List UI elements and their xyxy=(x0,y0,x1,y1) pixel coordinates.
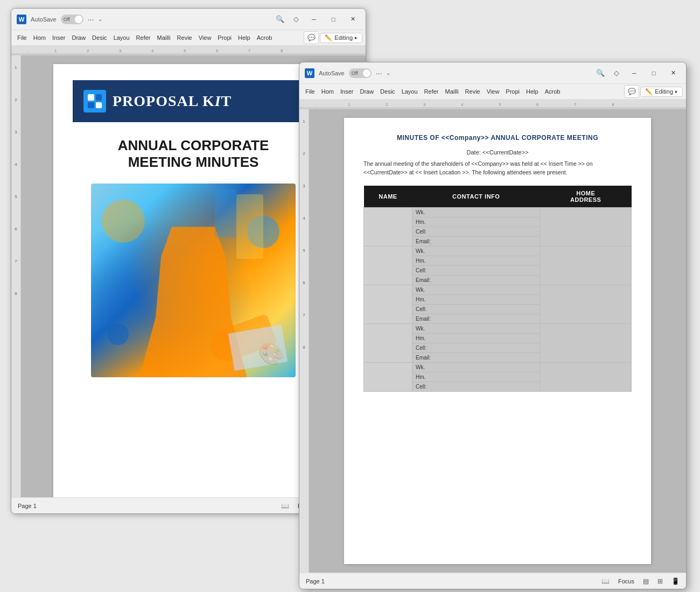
watercolor-illustration xyxy=(91,184,296,377)
ribbon-view-2[interactable]: View xyxy=(484,87,502,96)
ribbon-prop-1[interactable]: Propi xyxy=(215,33,234,42)
ribbon-ref-1[interactable]: Refer xyxy=(134,33,153,42)
ruler-2: . 1 2 3 4 5 6 7 8 xyxy=(299,100,686,109)
read-icon-2[interactable]: 📖 xyxy=(601,577,610,585)
ribbon-draw-1[interactable]: Draw xyxy=(69,33,88,42)
svg-text:2: 2 xyxy=(386,102,388,107)
logo-cell-4 xyxy=(96,102,102,109)
read-icon-1[interactable]: 📖 xyxy=(281,502,289,510)
addr-cell-3 xyxy=(540,285,632,323)
pencil-icon-1: ✏️ xyxy=(325,34,332,41)
ribbon-file-2[interactable]: File xyxy=(303,87,318,96)
name-cell-3 xyxy=(364,285,412,323)
autosave-label-1: AutoSave xyxy=(31,16,57,23)
chevron-1[interactable]: ⌄ xyxy=(98,16,102,22)
ribbon-design-2[interactable]: Desic xyxy=(377,87,398,96)
search-icon-2[interactable]: 🔍 xyxy=(594,67,606,79)
ribbon-insert-2[interactable]: Inser xyxy=(338,87,356,96)
diamond-icon-2[interactable]: ◇ xyxy=(611,67,622,79)
contact-email-1: Email: xyxy=(412,236,540,246)
ribbon-2: File Hom Inser Draw Desic Layou Refer Ma… xyxy=(299,84,686,100)
ribbon-layout-2[interactable]: Layou xyxy=(399,87,421,96)
ruler-num-3: 3 xyxy=(15,129,17,161)
ribbon-review-2[interactable]: Revie xyxy=(463,87,483,96)
cover-logo-inner xyxy=(88,94,102,108)
focus-label-2[interactable]: Focus xyxy=(618,578,634,584)
cover-header: PROPOSAL KiT xyxy=(73,80,314,122)
maximize-btn-2[interactable]: □ xyxy=(646,67,661,79)
notebook-shape xyxy=(228,325,288,371)
ruler-num-2-2: 2 xyxy=(303,150,305,182)
editing-btn-1[interactable]: ✏️ Editing ▸ xyxy=(320,33,362,43)
editing-btn-2[interactable]: ✏️ Editing ▸ xyxy=(640,87,683,97)
ribbon-review-1[interactable]: Revie xyxy=(174,33,195,42)
ribbon-draw-2[interactable]: Draw xyxy=(357,87,376,96)
chevron-2[interactable]: ⌄ xyxy=(386,70,390,76)
ribbon-prop-2[interactable]: Propi xyxy=(503,87,522,96)
ribbon-view-1[interactable]: View xyxy=(196,33,214,42)
contact-wk-2: Wk. xyxy=(412,246,540,256)
comment-btn-2[interactable]: 💬 xyxy=(624,85,639,98)
cover-heading: ANNUAL CORPORATE MEETING MINUTES xyxy=(73,137,314,171)
ribbon-mail-1[interactable]: Mailli xyxy=(155,33,173,42)
doc-date: Date: <<CurrentDate>> xyxy=(363,149,632,156)
close-btn-2[interactable]: ✕ xyxy=(666,67,681,79)
left-ruler-2: 1 2 3 4 5 6 7 8 xyxy=(299,109,309,573)
search-icon-1[interactable]: 🔍 xyxy=(274,13,286,25)
logo-cell-1 xyxy=(88,94,94,101)
toggle-knob-1 xyxy=(75,16,82,23)
svg-text:6: 6 xyxy=(216,48,219,53)
ribbon-home-1[interactable]: Hom xyxy=(31,33,48,42)
minimize-btn-2[interactable]: ─ xyxy=(627,67,642,79)
ribbon-home-2[interactable]: Hom xyxy=(319,87,337,96)
heading-line2: MEETING MINUTES xyxy=(73,154,314,171)
ribbon-acro-1[interactable]: Acrob xyxy=(254,33,275,42)
maximize-btn-1[interactable]: □ xyxy=(326,13,341,25)
ribbon-1: File Hom Inser Draw Desic Layou Refer Ma… xyxy=(11,30,366,46)
svg-rect-12 xyxy=(299,107,686,109)
view-icon-2[interactable]: ▤ xyxy=(643,577,649,585)
logo-cell-2 xyxy=(96,94,102,101)
autosave-toggle-2[interactable]: Off xyxy=(349,68,372,78)
table-row: Wk. xyxy=(364,246,632,256)
contact-email-4: Email: xyxy=(412,353,540,362)
layout-icon-2[interactable]: ⊞ xyxy=(657,577,663,585)
ribbon-layout-1[interactable]: Layou xyxy=(111,33,132,42)
toggle-knob-2 xyxy=(363,69,370,77)
diamond-icon-1[interactable]: ◇ xyxy=(290,13,302,25)
more-btn-1[interactable]: ··· xyxy=(88,15,94,24)
ribbon-mail-2[interactable]: Mailli xyxy=(443,87,461,96)
table-row: Wk. xyxy=(364,207,632,217)
more-btn-2[interactable]: ··· xyxy=(376,69,382,77)
ribbon-help-2[interactable]: Help xyxy=(523,87,541,96)
ribbon-design-1[interactable]: Desic xyxy=(89,33,110,42)
svg-text:3: 3 xyxy=(119,48,122,53)
page-label-1: Page 1 xyxy=(18,503,37,509)
comment-btn-1[interactable]: 💬 xyxy=(304,31,319,44)
heading-line1: ANNUAL CORPORATE xyxy=(73,137,314,154)
attendee-table: NAME CONTACT INFO HOMEADDRESS Wk. xyxy=(363,186,632,392)
left-ruler-1: 1 2 3 4 5 6 7 8 xyxy=(11,55,21,497)
table-row: Wk. xyxy=(364,362,632,372)
ribbon-ref-2[interactable]: Refer xyxy=(422,87,442,96)
close-btn-1[interactable]: ✕ xyxy=(345,13,360,25)
contact-wk-1: Wk. xyxy=(412,207,540,217)
ribbon-help-1[interactable]: Help xyxy=(235,33,253,42)
contact-hm-1: Hm. xyxy=(412,217,540,227)
ribbon-acro-2[interactable]: Acrob xyxy=(542,87,563,96)
addr-cell-2 xyxy=(540,246,632,285)
deco-circle-1 xyxy=(102,200,145,243)
editing-label-2: Editing xyxy=(655,88,673,95)
autosave-toggle-1[interactable]: Off xyxy=(61,15,83,24)
ruler-1: . 1 2 3 4 5 6 7 8 xyxy=(11,46,366,55)
mobile-icon-2[interactable]: 📱 xyxy=(671,577,680,585)
doc-scroll-2[interactable]: MINUTES OF <<Company>> ANNUAL CORPORATE … xyxy=(309,109,686,573)
ruler-num-2-3: 3 xyxy=(303,182,305,215)
ribbon-insert-1[interactable]: Inser xyxy=(50,33,68,42)
svg-text:4: 4 xyxy=(151,48,154,53)
name-cell-4 xyxy=(364,323,412,362)
minimize-btn-1[interactable]: ─ xyxy=(306,13,321,25)
svg-text:5: 5 xyxy=(184,48,186,53)
ribbon-file-1[interactable]: File xyxy=(15,33,30,42)
table-row: Wk. xyxy=(364,285,632,294)
